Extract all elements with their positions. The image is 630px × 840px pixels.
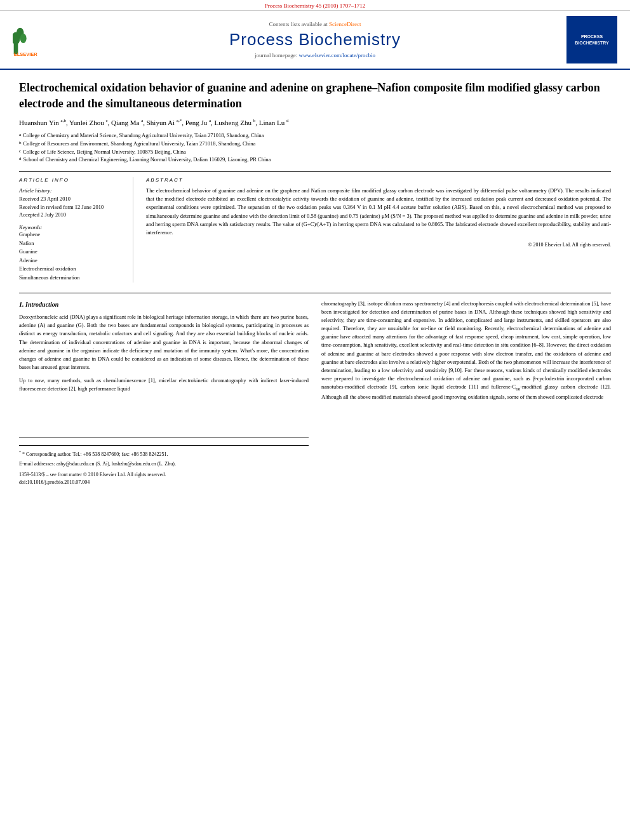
keyword-graphene: Graphene: [19, 230, 125, 239]
intro-para-1: Deoxyribonucleic acid (DNA) plays a sign…: [19, 313, 309, 371]
history-label: Article history:: [19, 187, 125, 195]
sciencedirect-link[interactable]: ScienceDirect: [329, 21, 361, 27]
journal-header-center: Contents lists available at ScienceDirec…: [64, 21, 566, 58]
homepage-line: journal homepage: www.elsevier.com/locat…: [64, 52, 566, 58]
authors-line: Huanshun Yin a,b, Yunlei Zhou c, Qiang M…: [19, 118, 611, 126]
right-intro-para-1: chromatography [3], isotope dilution mas…: [321, 300, 611, 402]
right-body-col: chromatography [3], isotope dilution mas…: [321, 300, 611, 487]
corresponding-note: * * Corresponding author. Tel.: +86 538 …: [19, 450, 309, 458]
journal-title: Process Biochemistry: [64, 30, 566, 50]
body-two-col: 1. Introduction Deoxyribonucleic acid (D…: [19, 300, 611, 487]
logo-line1: PROCESS: [575, 34, 608, 39]
article-info-abstract-section: ARTICLE INFO Article history: Received 2…: [19, 171, 611, 283]
elsevier-logo: ELSEVIER: [13, 22, 64, 57]
section-divider: [19, 293, 611, 293]
svg-text:ELSEVIER: ELSEVIER: [14, 51, 38, 57]
main-content: Electrochemical oxidation behavior of gu…: [0, 70, 630, 497]
email-note: E-mail addresses: ashy@sdau.edu.cn (S. A…: [19, 460, 309, 469]
intro-para-2: Up to now, many methods, such as chemilu…: [19, 377, 309, 393]
issn-line: 1359-5113/$ – see front matter © 2010 El…: [19, 471, 309, 487]
journal-citation: Process Biochemistry 45 (2010) 1707–1712: [265, 3, 365, 9]
affiliations: a College of Chemistry and Material Scie…: [19, 131, 611, 164]
keywords-label: Keywords:: [19, 224, 125, 230]
logo-line2: BIOCHEMISTRY: [575, 40, 608, 46]
journal-logo-right: PROCESS BIOCHEMISTRY: [566, 16, 617, 63]
abstract-col: ABSTRACT The electrochemical behavior of…: [146, 177, 611, 283]
homepage-url[interactable]: www.elsevier.com/locate/procbio: [299, 52, 375, 58]
accepted-date: Accepted 2 July 2010: [19, 211, 125, 219]
keyword-electrochemical: Electrochemical oxidation: [19, 265, 125, 274]
top-bar: Process Biochemistry 45 (2010) 1707–1712: [0, 0, 630, 11]
abstract-label: ABSTRACT: [146, 177, 611, 183]
intro-heading: 1. Introduction: [19, 300, 309, 310]
abstract-text: The electrochemical behavior of guanine …: [146, 187, 611, 237]
article-history: Article history: Received 23 April 2010 …: [19, 187, 125, 219]
journal-header: ELSEVIER Contents lists available at Sci…: [0, 11, 630, 70]
article-title: Electrochemical oxidation behavior of gu…: [19, 80, 611, 112]
keywords-list: Graphene Nafion Guanine Adenine Electroc…: [19, 230, 125, 283]
revised-date: Received in revised form 12 June 2010: [19, 203, 125, 211]
article-info-label: ARTICLE INFO: [19, 177, 125, 183]
article-info-col: ARTICLE INFO Article history: Received 2…: [19, 177, 133, 283]
keywords-section: Keywords: Graphene Nafion Guanine Adenin…: [19, 224, 125, 283]
svg-point-3: [20, 34, 27, 43]
left-body-col: 1. Introduction Deoxyribonucleic acid (D…: [19, 300, 309, 487]
article-footer: * * Corresponding author. Tel.: +86 538 …: [19, 445, 309, 469]
copyright-line: © 2010 Elsevier Ltd. All rights reserved…: [146, 242, 611, 248]
contents-line: Contents lists available at ScienceDirec…: [64, 21, 566, 27]
received-date: Received 23 April 2010: [19, 195, 125, 203]
keyword-simultaneous: Simultaneous determination: [19, 274, 125, 283]
keyword-nafion: Nafion: [19, 239, 125, 248]
keyword-adenine: Adenine: [19, 257, 125, 265]
keyword-guanine: Guanine: [19, 248, 125, 257]
